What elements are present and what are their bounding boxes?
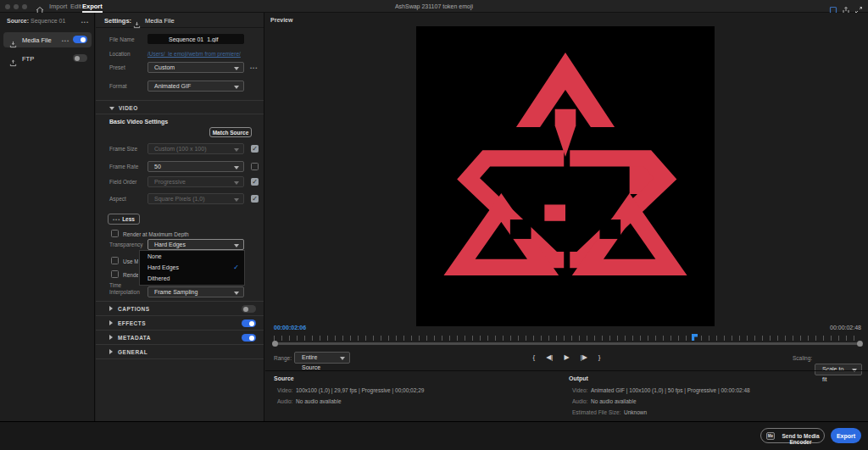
source-more-icon[interactable]: ••• bbox=[81, 19, 89, 25]
chevron-right-icon bbox=[109, 349, 113, 354]
chevron-down-icon bbox=[234, 292, 239, 295]
media-file-toggle[interactable] bbox=[73, 36, 87, 43]
frame-rate-checkbox[interactable] bbox=[251, 163, 259, 170]
section-effects[interactable]: EFFECTS bbox=[96, 317, 264, 330]
mark-out-icon[interactable]: } bbox=[598, 351, 601, 364]
chevron-down-icon bbox=[234, 67, 239, 70]
source-video-info: Video: 100x100 (1,0) | 29,97 fps | Progr… bbox=[277, 387, 424, 393]
chevron-right-icon bbox=[109, 335, 113, 340]
range-track[interactable] bbox=[274, 342, 861, 345]
aspect-dropdown: Square Pixels (1,0) bbox=[147, 193, 244, 204]
mark-in-icon[interactable]: { bbox=[533, 351, 536, 364]
less-button[interactable]: ••• Less bbox=[108, 214, 140, 225]
source-destinations-panel: Source: Sequence 01 ••• Media File ••• F… bbox=[0, 13, 95, 421]
quick-export-icon[interactable] bbox=[829, 3, 837, 11]
source-audio-info: Audio: No audio available bbox=[277, 398, 342, 404]
frame-size-checkbox[interactable]: ✓ bbox=[251, 145, 259, 153]
destination-ftp[interactable]: FTP bbox=[3, 51, 92, 66]
time-interpolation-dropdown[interactable]: Frame Sampling bbox=[147, 286, 244, 297]
destination-media-file[interactable]: Media File ••• bbox=[3, 32, 92, 47]
frame-rate-dropdown[interactable]: 50 bbox=[147, 161, 244, 172]
check-icon: ✓ bbox=[233, 262, 239, 273]
field-order-checkbox[interactable]: ✓ bbox=[251, 178, 259, 186]
chevron-down-icon bbox=[234, 244, 239, 247]
settings-label: Settings: bbox=[104, 17, 131, 25]
section-metadata[interactable]: METADATA bbox=[96, 331, 264, 344]
field-order-dropdown: Progressive bbox=[147, 176, 244, 187]
document-title: AshSwap 231107 token emoji bbox=[0, 0, 868, 13]
settings-destination-name: Media File bbox=[145, 17, 175, 25]
menu-item-none[interactable]: None bbox=[140, 251, 244, 262]
source-header: Source: Sequence 01 ••• bbox=[7, 18, 89, 28]
preset-dropdown[interactable]: Custom bbox=[147, 62, 244, 73]
preview-canvas bbox=[416, 26, 715, 326]
match-source-button[interactable]: Match Source bbox=[209, 127, 252, 137]
chevron-down-icon bbox=[234, 86, 239, 89]
location-label: Location bbox=[109, 51, 131, 57]
format-label: Format bbox=[109, 83, 127, 89]
playhead-timecode: 00:00:02:06 bbox=[274, 325, 306, 331]
export-button[interactable]: Export bbox=[831, 428, 861, 443]
file-name-input[interactable] bbox=[147, 34, 244, 44]
effects-toggle[interactable] bbox=[242, 319, 256, 327]
basic-video-settings-heading: Basic Video Settings bbox=[109, 119, 168, 125]
menu-item-dithered[interactable]: Dithered bbox=[140, 273, 244, 284]
use-maximum-checkbox[interactable] bbox=[111, 257, 119, 264]
field-order-label: Field Order bbox=[109, 179, 137, 185]
location-link[interactable]: /Users/_le emoji/webm from premiere/ bbox=[147, 51, 241, 57]
menu-item-hard-edges[interactable]: Hard Edges ✓ bbox=[140, 262, 244, 273]
range-in-handle[interactable] bbox=[272, 341, 278, 347]
aspect-checkbox[interactable]: ✓ bbox=[251, 195, 259, 203]
chevron-down-icon bbox=[234, 148, 239, 152]
preset-more-icon[interactable]: ••• bbox=[250, 65, 258, 70]
preview-label: Preview bbox=[270, 17, 292, 23]
source-sequence-name: Sequence 01 bbox=[31, 18, 65, 24]
step-forward-icon[interactable]: |▶ bbox=[581, 351, 587, 364]
scaling-dropdown[interactable]: Scale to fit bbox=[815, 364, 862, 375]
media-file-more-icon[interactable]: ••• bbox=[62, 38, 70, 43]
source-info-title: Source bbox=[274, 375, 294, 381]
render-max-depth-checkbox[interactable] bbox=[111, 230, 119, 237]
source-label: Source: bbox=[7, 18, 29, 24]
range-out-handle[interactable] bbox=[857, 341, 863, 347]
ftp-toggle[interactable] bbox=[73, 54, 87, 62]
video-section-header[interactable]: VIDEO bbox=[109, 105, 138, 111]
section-general[interactable]: GENERAL bbox=[96, 346, 264, 358]
file-name-label: File Name bbox=[109, 36, 135, 42]
playhead-marker[interactable] bbox=[692, 334, 698, 341]
output-size-info: Estimated File Size: Unknown bbox=[572, 409, 647, 415]
section-captions[interactable]: CAPTIONS bbox=[96, 303, 264, 315]
scaling-label: Scaling: bbox=[793, 355, 812, 361]
chevron-down-icon bbox=[109, 107, 114, 110]
frame-size-dropdown: Custom (100 x 100) bbox=[147, 143, 244, 154]
duration-timecode: 00:00:02:48 bbox=[830, 325, 861, 331]
transparency-dropdown[interactable]: Hard Edges bbox=[147, 239, 244, 250]
transparency-menu: None Hard Edges ✓ Dithered bbox=[139, 250, 245, 286]
ashswap-logo bbox=[416, 26, 715, 326]
play-icon[interactable]: ▶ bbox=[564, 351, 569, 364]
metadata-toggle[interactable] bbox=[242, 334, 256, 342]
title-bar: Import Edit Export AshSwap 231107 token … bbox=[0, 0, 868, 13]
render-alpha-checkbox[interactable] bbox=[111, 270, 119, 278]
render-max-depth-label: Render at Maximum Depth bbox=[123, 231, 189, 237]
settings-header: Settings: Media File bbox=[96, 13, 264, 28]
output-video-info: Video: Animated GIF | 100x100 (1,0) | 50… bbox=[572, 387, 750, 393]
chevron-down-icon bbox=[234, 166, 239, 169]
format-dropdown[interactable]: Animated GIF bbox=[147, 81, 244, 92]
frame-rate-label: Frame Rate bbox=[109, 164, 138, 169]
use-maximum-label: Use Maximum bbox=[123, 258, 138, 264]
transparency-label: Transparency bbox=[109, 242, 143, 247]
captions-toggle[interactable] bbox=[242, 305, 256, 313]
send-to-media-encoder-button[interactable]: Me Send to Media Encoder bbox=[760, 428, 825, 443]
chevron-right-icon bbox=[109, 320, 113, 325]
media-file-icon bbox=[9, 36, 17, 52]
share-icon[interactable] bbox=[842, 3, 850, 11]
output-audio-info: Audio: No audio available bbox=[572, 398, 637, 404]
media-file-icon bbox=[133, 17, 141, 32]
chevron-right-icon bbox=[109, 306, 113, 311]
export-settings-panel: Settings: Media File File Name Location … bbox=[96, 13, 264, 421]
timeline-ruler[interactable] bbox=[274, 336, 861, 341]
fullscreen-icon[interactable] bbox=[854, 3, 863, 11]
chevron-down-icon bbox=[234, 198, 239, 202]
step-back-icon[interactable]: ◀| bbox=[546, 351, 553, 364]
